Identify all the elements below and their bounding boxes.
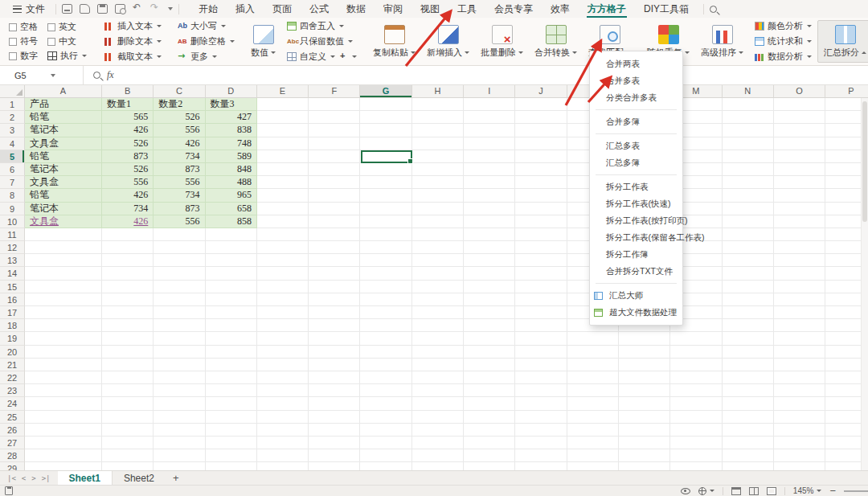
cell-D8[interactable]: 965: [206, 189, 257, 202]
cell-B9[interactable]: 734: [102, 203, 154, 215]
cell-H24[interactable]: [412, 397, 464, 410]
name-box-chevron-icon[interactable]: [51, 74, 55, 77]
cell-A12[interactable]: [25, 241, 102, 254]
cell-M26[interactable]: [670, 424, 722, 437]
cell-C8[interactable]: 734: [154, 189, 205, 202]
cell-C26[interactable]: [154, 424, 205, 437]
cell-A27[interactable]: [25, 437, 102, 449]
cell-O28[interactable]: [774, 449, 825, 462]
cell-F1[interactable]: [309, 98, 360, 111]
menu-item-合并两表[interactable]: 合并两表: [590, 55, 682, 72]
cell-L21[interactable]: [619, 359, 670, 371]
cell-F7[interactable]: [309, 176, 360, 189]
prev-sheet-icon[interactable]: <: [22, 474, 26, 482]
cell-N22[interactable]: [723, 371, 774, 384]
cell-C10[interactable]: 556: [154, 215, 205, 228]
cell-E2[interactable]: [257, 111, 309, 124]
cell-N21[interactable]: [723, 359, 774, 371]
cell-I7[interactable]: [464, 176, 515, 189]
tab-DIY工具箱[interactable]: DIY工具箱: [635, 0, 698, 18]
cell-O8[interactable]: [774, 189, 825, 202]
cell-D5[interactable]: 589: [206, 150, 257, 163]
cell-L28[interactable]: [619, 449, 670, 462]
column-header-A[interactable]: A: [25, 85, 102, 98]
eye-icon[interactable]: [681, 488, 690, 494]
cell-D19[interactable]: [206, 332, 257, 345]
cell-M25[interactable]: [670, 411, 722, 424]
cell-N3[interactable]: [723, 124, 774, 137]
cell-F6[interactable]: [309, 163, 360, 176]
cell-G22[interactable]: [360, 371, 411, 384]
row-header-19[interactable]: 19: [0, 332, 25, 345]
cell-F14[interactable]: [309, 267, 360, 280]
cell-E5[interactable]: [257, 150, 309, 163]
tab-数据[interactable]: 数据: [338, 0, 375, 18]
menu-item-拆分工作表(保留各工作表)[interactable]: 拆分工作表(保留各工作表): [590, 229, 682, 246]
cell-C3[interactable]: 556: [154, 124, 205, 137]
cell-K21[interactable]: [567, 359, 619, 371]
cell-M28[interactable]: [670, 449, 722, 462]
cell-N15[interactable]: [723, 281, 774, 293]
cell-I15[interactable]: [464, 281, 515, 293]
cell-I25[interactable]: [464, 411, 515, 424]
cell-K19[interactable]: [567, 332, 619, 345]
cell-E28[interactable]: [257, 449, 309, 462]
row-header-14[interactable]: 14: [0, 267, 25, 280]
cell-M24[interactable]: [670, 397, 722, 410]
column-header-H[interactable]: H: [412, 85, 464, 98]
cell-O23[interactable]: [774, 384, 825, 397]
cell-I28[interactable]: [464, 449, 515, 462]
cell-N2[interactable]: [723, 111, 774, 124]
checkbox-english[interactable]: 英文: [47, 21, 87, 33]
cell-C9[interactable]: 873: [154, 203, 205, 215]
menu-item-分类合并多表[interactable]: 分类合并多表: [590, 89, 682, 106]
cell-H21[interactable]: [412, 359, 464, 371]
cell-D25[interactable]: [206, 411, 257, 424]
cell-D1[interactable]: 数量3: [206, 98, 257, 111]
cell-G1[interactable]: [360, 98, 411, 111]
cell-B22[interactable]: [102, 371, 154, 384]
sheet-tab-Sheet1[interactable]: Sheet1: [58, 471, 113, 485]
cell-B19[interactable]: [102, 332, 154, 345]
cell-C19[interactable]: [154, 332, 205, 345]
cell-A29[interactable]: [25, 462, 102, 470]
cell-F27[interactable]: [309, 437, 360, 449]
name-box[interactable]: G5: [0, 66, 84, 84]
cell-A24[interactable]: [25, 397, 102, 410]
page-break-view-icon[interactable]: [767, 487, 776, 495]
cell-G4[interactable]: [360, 137, 411, 150]
cell-G26[interactable]: [360, 424, 411, 437]
row-header-17[interactable]: 17: [0, 306, 25, 319]
sheet-tab-Sheet2[interactable]: Sheet2: [113, 471, 166, 485]
cell-C29[interactable]: [154, 462, 205, 470]
cell-O12[interactable]: [774, 241, 825, 254]
cell-G10[interactable]: [360, 215, 411, 228]
column-header-E[interactable]: E: [257, 85, 309, 98]
cell-I23[interactable]: [464, 384, 515, 397]
cell-C24[interactable]: [154, 397, 205, 410]
row-header-22[interactable]: 22: [0, 371, 25, 384]
cell-H23[interactable]: [412, 384, 464, 397]
cell-L24[interactable]: [619, 397, 670, 410]
cell-A13[interactable]: [25, 254, 102, 267]
print-icon[interactable]: [97, 4, 108, 14]
search-icon[interactable]: [710, 6, 717, 13]
row-header-28[interactable]: 28: [0, 449, 25, 462]
cell-F23[interactable]: [309, 384, 360, 397]
cell-M20[interactable]: [670, 346, 722, 359]
cell-H12[interactable]: [412, 241, 464, 254]
cell-N29[interactable]: [723, 462, 774, 470]
clipboard-status-icon[interactable]: [5, 486, 13, 495]
cell-F19[interactable]: [309, 332, 360, 345]
checkbox-icon[interactable]: [9, 38, 17, 46]
cell-E13[interactable]: [257, 254, 309, 267]
advanced-sort-button[interactable]: 高级排序: [695, 20, 749, 63]
column-header-C[interactable]: C: [154, 85, 205, 98]
cell-B6[interactable]: 526: [102, 163, 154, 176]
color-analysis-button[interactable]: 颜色分析: [755, 20, 812, 32]
cell-E4[interactable]: [257, 137, 309, 150]
cell-O5[interactable]: [774, 150, 825, 163]
numeric-button[interactable]: 数值: [245, 20, 281, 63]
cell-F5[interactable]: [309, 150, 360, 163]
cell-F16[interactable]: [309, 293, 360, 306]
